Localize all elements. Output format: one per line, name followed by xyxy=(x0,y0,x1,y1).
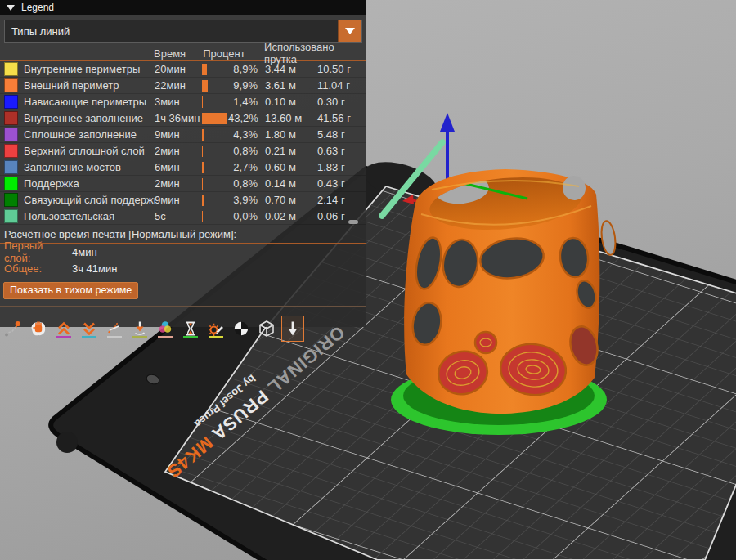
feature-weight: 2.14 г xyxy=(317,194,345,206)
percent-bar xyxy=(202,195,204,206)
legend-row: Пользовательская5с0,0%0.02 м0.06 г xyxy=(0,208,366,225)
first-layer-label: Первый слой: xyxy=(4,240,72,264)
percent-bar xyxy=(202,80,208,92)
show-stealth-mode-button[interactable]: Показать в тихом режиме xyxy=(3,282,138,299)
feature-length: 0.21 м xyxy=(265,145,310,157)
feature-weight: 0.30 г xyxy=(317,96,345,108)
percent-bar xyxy=(202,113,227,124)
feature-percent: 0,8% xyxy=(228,177,258,190)
z-axis-arrowhead xyxy=(440,113,455,132)
percent-bar xyxy=(202,146,203,157)
feature-weight: 0.43 г xyxy=(317,177,345,190)
total-value: 3ч 41мин xyxy=(72,262,117,275)
percent-bar xyxy=(202,178,203,190)
feature-length: 3.44 м xyxy=(265,63,310,75)
collapse-triangle-icon xyxy=(7,5,15,11)
legend-panel-header[interactable]: Legend xyxy=(0,0,366,15)
percent-bar-track xyxy=(202,178,228,190)
total-label: Общее: xyxy=(4,262,72,275)
feature-percent: 2,7% xyxy=(228,161,258,173)
legend-panel: Legend Типы линий Время Процент Использо… xyxy=(0,0,366,327)
feature-color-swatch xyxy=(4,95,18,109)
feature-label: Внутренние периметры xyxy=(24,63,155,75)
feature-weight: 1.83 г xyxy=(317,161,345,173)
col-filament: Использовано прутка xyxy=(264,41,366,65)
percent-bar-track xyxy=(202,211,228,222)
divider xyxy=(0,306,366,307)
tool-marker-toggle[interactable] xyxy=(281,316,304,342)
feature-time: 6мин xyxy=(155,161,202,173)
feature-length: 13.60 м xyxy=(265,112,310,124)
feature-percent: 4,3% xyxy=(228,128,258,141)
preview-options-toolbar xyxy=(0,311,366,342)
shells-icon[interactable] xyxy=(257,319,276,338)
feature-color-swatch xyxy=(4,62,18,76)
view-type-value: Типы линий xyxy=(5,25,338,38)
feature-color-swatch xyxy=(4,78,18,92)
tool-changes-icon[interactable] xyxy=(130,319,150,338)
legend-row: Верхний сплошной слой2мин0,8%0.21 м0.63 … xyxy=(0,143,366,159)
feature-length: 0.10 м xyxy=(265,96,310,108)
feature-percent: 8,9% xyxy=(228,63,258,75)
view-type-dropdown[interactable]: Типы линий xyxy=(4,20,362,43)
wipe-icon[interactable] xyxy=(29,319,48,338)
feature-length: 0.60 м xyxy=(265,161,310,173)
color-changes-icon[interactable] xyxy=(155,319,175,338)
panel-resize-grip[interactable] xyxy=(348,220,358,224)
feature-time: 9мин xyxy=(155,194,202,206)
percent-bar-track xyxy=(202,129,228,141)
travel-paths-icon[interactable] xyxy=(3,319,23,338)
total-time-line: Общее: 3ч 41мин xyxy=(0,260,366,276)
feature-label: Внешний периметр xyxy=(24,79,155,92)
feature-weight: 5.48 г xyxy=(317,128,345,141)
feature-time: 22мин xyxy=(155,79,202,92)
col-time: Время xyxy=(154,47,200,60)
percent-bar-track xyxy=(202,113,228,124)
feature-time: 1ч 36мин xyxy=(155,112,202,124)
feature-weight: 10.50 г xyxy=(317,63,351,75)
legend-row: Нависающие периметры3мин1,4%0.10 м0.30 г xyxy=(0,94,366,110)
feature-weight: 11.04 г xyxy=(317,79,350,92)
percent-bar xyxy=(202,162,204,173)
chevron-down-icon xyxy=(345,28,355,34)
feature-label: Верхний сплошной слой xyxy=(24,145,155,157)
feature-length: 0.70 м xyxy=(265,194,310,206)
pause-prints-icon[interactable] xyxy=(181,319,200,338)
feature-color-swatch xyxy=(4,193,18,207)
legend-row: Поддержка2мин0,8%0.14 м0.43 г xyxy=(0,176,366,192)
percent-bar-track xyxy=(202,162,228,173)
percent-bar-track xyxy=(202,146,228,157)
feature-label: Сплошное заполнение xyxy=(24,128,155,141)
feature-time: 20мин xyxy=(155,63,202,75)
seams-icon[interactable] xyxy=(105,319,124,338)
feature-color-swatch xyxy=(4,128,18,141)
feature-color-swatch xyxy=(4,160,18,174)
feature-time: 5с xyxy=(155,210,202,222)
feature-label: Связующий слой поддержки xyxy=(24,194,155,206)
feature-percent: 3,9% xyxy=(228,194,258,206)
legend-table-header: Время Процент Использовано прутка xyxy=(0,46,366,60)
first-layer-value: 4мин xyxy=(72,246,97,258)
center-of-gravity-icon[interactable] xyxy=(231,319,251,338)
custom-gcodes-icon[interactable] xyxy=(206,319,226,338)
percent-bar-track xyxy=(202,96,228,108)
feature-weight: 0.63 г xyxy=(317,145,345,157)
bed-tab xyxy=(56,432,78,453)
feature-time: 2мин xyxy=(155,145,202,157)
feature-label: Пользовательская xyxy=(24,210,155,222)
percent-bar xyxy=(202,129,204,141)
feature-percent: 1,4% xyxy=(228,96,258,108)
first-layer-line: Первый слой: 4мин xyxy=(0,244,366,260)
percent-bar xyxy=(202,64,207,75)
feature-label: Заполнение мостов xyxy=(24,161,155,173)
dropdown-button[interactable] xyxy=(338,20,361,42)
feature-time: 9мин xyxy=(155,128,202,141)
percent-bar-track xyxy=(202,80,228,92)
feature-percent: 0,8% xyxy=(228,145,258,157)
legend-title: Legend xyxy=(21,2,54,13)
feature-time: 3мин xyxy=(155,96,202,108)
feature-color-swatch xyxy=(4,177,18,190)
retractions-icon[interactable] xyxy=(54,319,74,338)
deretractions-icon[interactable] xyxy=(79,319,99,338)
percent-bar-track xyxy=(202,64,228,75)
